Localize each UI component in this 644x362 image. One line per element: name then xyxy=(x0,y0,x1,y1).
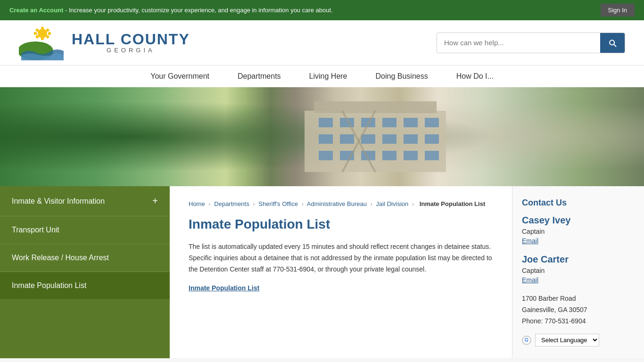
breadcrumb-sheriffs-office[interactable]: Sheriff's Office xyxy=(258,200,298,207)
main-nav: Your Government Departments Living Here … xyxy=(0,65,644,87)
svg-rect-18 xyxy=(319,134,333,144)
svg-rect-1 xyxy=(41,27,44,30)
svg-rect-17 xyxy=(425,118,439,127)
search-icon xyxy=(608,38,617,48)
sidebar-item-label: Work Release / House Arrest xyxy=(12,254,109,262)
contact-1-name: Casey Ivey xyxy=(522,215,635,226)
footer-spacer xyxy=(0,358,644,362)
sidebar-item-inmate-population[interactable]: Inmate Population List xyxy=(0,272,170,300)
hero-building-svg xyxy=(257,101,493,177)
sidebar-item-transport-unit[interactable]: Transport Unit xyxy=(0,216,170,244)
language-bar: G Select Language xyxy=(522,334,635,346)
page-body-text: The list is automatically updated every … xyxy=(189,241,493,275)
breadcrumb-current: Inmate Population List xyxy=(420,200,485,207)
svg-rect-23 xyxy=(425,134,439,144)
language-select[interactable]: Select Language xyxy=(535,334,599,346)
svg-rect-28 xyxy=(404,151,418,160)
contact-2-name: Joe Carter xyxy=(522,254,635,265)
header: HALL COUNTY GEORGIA xyxy=(0,20,644,65)
address-line2: Gainesville, GA 30507 xyxy=(522,304,635,316)
contact-1-email[interactable]: Email xyxy=(522,237,635,245)
create-account-link[interactable]: Create an Account xyxy=(9,7,63,14)
google-translate-icon: G xyxy=(522,336,531,345)
hero-image xyxy=(0,87,644,186)
nav-item-your-government[interactable]: Your Government xyxy=(136,66,223,87)
breadcrumb-departments[interactable]: Departments xyxy=(214,200,249,207)
sidebar-item-label: Inmate & Visitor Information xyxy=(12,197,105,206)
page-title: Inmate Population List xyxy=(189,217,493,232)
svg-rect-16 xyxy=(404,118,418,127)
contact-1-role: Captain xyxy=(522,228,635,235)
svg-rect-22 xyxy=(404,134,418,144)
top-bar: Create an Account - Increase your produc… xyxy=(0,0,644,20)
svg-rect-29 xyxy=(425,151,439,160)
hall-county-logo-icon xyxy=(19,25,66,60)
breadcrumb-sep-3: › xyxy=(302,200,304,207)
main-content-area: Home › Departments › Sheriff's Office › … xyxy=(170,186,512,358)
logo-area: HALL COUNTY GEORGIA xyxy=(19,25,190,60)
nav-item-living-here[interactable]: Living Here xyxy=(295,66,362,87)
breadcrumb-sep-2: › xyxy=(253,200,255,207)
search-area xyxy=(437,33,625,53)
svg-rect-21 xyxy=(382,134,396,144)
sidebar-item-inmate-visitor[interactable]: Inmate & Visitor Information + xyxy=(0,186,170,216)
svg-rect-2 xyxy=(41,37,44,40)
logo-subtitle: GEORGIA xyxy=(72,47,190,54)
logo-title: HALL COUNTY xyxy=(72,32,190,47)
breadcrumb-sep-1: › xyxy=(208,200,210,207)
svg-rect-27 xyxy=(382,151,396,160)
topbar-cta-text: - Increase your productivity, customize … xyxy=(65,7,333,14)
svg-rect-24 xyxy=(319,151,333,160)
svg-rect-19 xyxy=(340,134,354,144)
right-sidebar: Contact Us Casey Ivey Captain Email Joe … xyxy=(512,186,644,358)
sidebar-item-work-release[interactable]: Work Release / House Arrest xyxy=(0,244,170,272)
contact-title: Contact Us xyxy=(522,198,635,208)
breadcrumb-sep-4: › xyxy=(371,200,372,207)
svg-rect-15 xyxy=(382,118,396,127)
svg-rect-20 xyxy=(361,134,375,144)
sidebar-item-label: Inmate Population List xyxy=(12,281,86,290)
sidebar-expand-icon: + xyxy=(152,196,158,206)
search-button[interactable] xyxy=(600,33,625,53)
nav-item-doing-business[interactable]: Doing Business xyxy=(362,66,442,87)
search-input[interactable] xyxy=(437,39,600,47)
contact-2-role: Captain xyxy=(522,267,635,274)
logo-text: HALL COUNTY GEORGIA xyxy=(72,32,190,54)
breadcrumb-admin-bureau[interactable]: Administrative Bureau xyxy=(307,200,367,207)
breadcrumb: Home › Departments › Sheriff's Office › … xyxy=(189,200,493,207)
contact-2-email[interactable]: Email xyxy=(522,276,635,284)
content-wrapper: Home › Departments › Sheriff's Office › … xyxy=(170,186,644,358)
phone: Phone: 770-531-6904 xyxy=(522,316,635,327)
main-content: Inmate & Visitor Information + Transport… xyxy=(0,186,644,358)
sidebar-item-label: Transport Unit xyxy=(12,226,59,234)
svg-rect-7 xyxy=(34,32,37,35)
sign-in-button[interactable]: Sign In xyxy=(601,4,635,16)
svg-rect-12 xyxy=(319,118,333,127)
breadcrumb-sep-5: › xyxy=(412,200,414,207)
address-line1: 1700 Barber Road xyxy=(522,293,635,304)
svg-rect-8 xyxy=(48,32,51,35)
nav-item-departments[interactable]: Departments xyxy=(223,66,295,87)
svg-point-0 xyxy=(38,29,47,38)
nav-item-how-do-i[interactable]: How Do I... xyxy=(442,66,508,87)
contact-address: 1700 Barber Road Gainesville, GA 30507 P… xyxy=(522,293,635,327)
breadcrumb-jail-division[interactable]: Jail Division xyxy=(376,200,409,207)
inmate-population-list-link[interactable]: Inmate Population List xyxy=(189,284,259,292)
breadcrumb-home[interactable]: Home xyxy=(189,200,205,207)
sidebar: Inmate & Visitor Information + Transport… xyxy=(0,186,170,358)
